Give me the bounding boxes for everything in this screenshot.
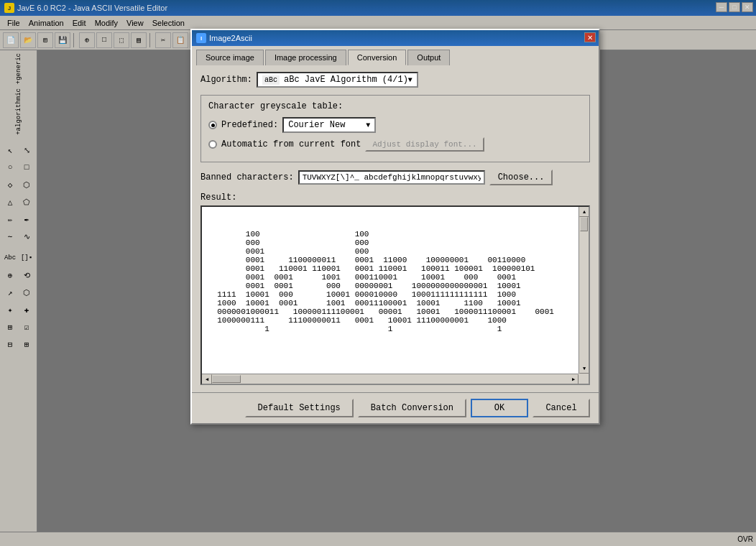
scrollbar-vertical: ▲ ▼	[578, 207, 589, 374]
dialog-title: Image2Ascii	[209, 34, 252, 42]
scroll-track-vertical[interactable]	[579, 217, 589, 364]
predefined-row: Predefined: Courier New ▼	[208, 117, 582, 133]
tab-image-processing[interactable]: Image processing	[265, 50, 346, 65]
scroll-up-button[interactable]: ▲	[579, 207, 589, 217]
dialog-content: Algorithm: aBc aBc JavE Algorithm (4/1) …	[192, 65, 599, 392]
algorithm-value: aBc JavE Algorithm (4/1)	[284, 75, 408, 85]
font-value: Courier New	[288, 120, 345, 130]
algorithm-label: Algorithm:	[200, 75, 252, 85]
tab-source-image[interactable]: Source image	[196, 50, 264, 65]
result-text: 100 100 000 000 0001 000 0001 1100000011…	[202, 207, 578, 374]
automatic-row: Automatic from current font Adjust displ…	[208, 137, 582, 152]
tab-conversion[interactable]: Conversion	[348, 50, 407, 65]
scroll-track-horizontal[interactable]	[212, 374, 568, 384]
result-label: Result:	[200, 193, 590, 203]
algorithm-dropdown[interactable]: aBc aBc JavE Algorithm (4/1) ▼	[257, 72, 418, 88]
result-container: 100 100 000 000 0001 000 0001 1100000011…	[200, 205, 590, 385]
algorithm-row: Algorithm: aBc aBc JavE Algorithm (4/1) …	[200, 72, 590, 88]
dialog-close-button[interactable]: ✕	[584, 32, 596, 42]
font-select-dropdown[interactable]: Courier New ▼	[282, 117, 376, 133]
greyscale-title: Character greyscale table:	[208, 101, 582, 111]
radio-predefined[interactable]	[208, 121, 217, 129]
cancel-button[interactable]: Cancel	[533, 399, 590, 417]
dialog-icon: I	[196, 33, 206, 43]
scroll-thumb-vertical[interactable]	[580, 217, 588, 231]
dialog-tabs: Source image Image processing Conversion…	[192, 46, 599, 65]
automatic-label: Automatic from current font	[221, 139, 361, 149]
adjust-font-button[interactable]: Adjust display font...	[365, 137, 484, 152]
scroll-thumb-horizontal[interactable]	[212, 375, 241, 383]
image2ascii-dialog: I Image2Ascii ✕ Source image Image proce…	[190, 29, 600, 425]
tab-output[interactable]: Output	[407, 50, 450, 65]
scroll-down-button[interactable]: ▼	[579, 364, 589, 374]
radio-automatic[interactable]	[208, 140, 217, 149]
font-dropdown-arrow: ▼	[366, 121, 370, 129]
predefined-label: Predefined:	[221, 120, 278, 130]
ok-button[interactable]: OK	[471, 399, 528, 417]
banned-label: Banned characters:	[200, 172, 294, 182]
choose-button[interactable]: Choose...	[489, 170, 553, 185]
scroll-corner	[578, 374, 589, 384]
algo-dropdown-arrow: ▼	[408, 76, 412, 84]
banned-input[interactable]	[298, 170, 485, 185]
greyscale-section: Character greyscale table: Predefined: C…	[200, 95, 590, 162]
dialog-buttons: Default Settings Batch Conversion OK Can…	[192, 392, 599, 423]
default-settings-button[interactable]: Default Settings	[245, 399, 354, 417]
app-window: J JavE 6.0 RC2 - Java ASCII Versatile Ed…	[0, 0, 756, 546]
scrollbar-horizontal: ◀ ▶	[202, 374, 578, 384]
scroll-right-button[interactable]: ▶	[568, 374, 578, 384]
algo-icon: aBc	[262, 75, 280, 85]
batch-conversion-button[interactable]: Batch Conversion	[358, 399, 466, 417]
banned-row: Banned characters: Choose...	[200, 170, 590, 185]
scroll-left-button[interactable]: ◀	[202, 374, 212, 384]
dialog-titlebar: I Image2Ascii ✕	[192, 30, 599, 46]
